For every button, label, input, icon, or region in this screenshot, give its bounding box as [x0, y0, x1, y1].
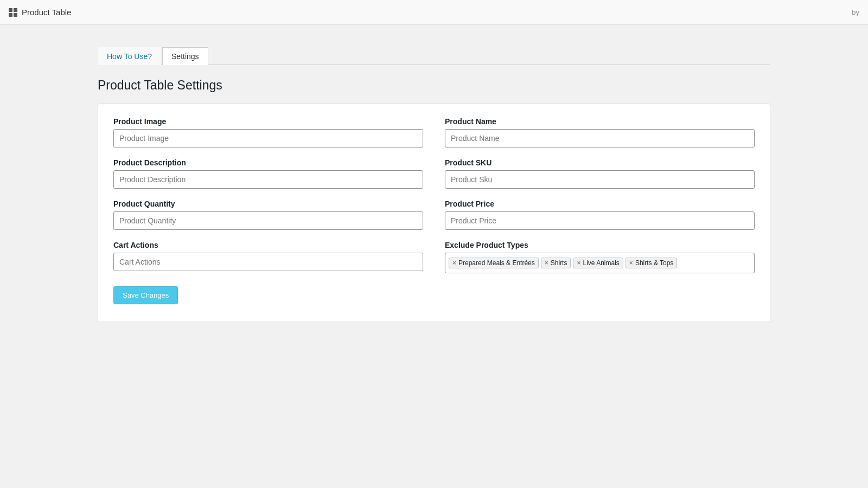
product-name-field: Product Name [445, 117, 755, 147]
product-table-icon [9, 8, 17, 17]
tag-remove-live-animals[interactable]: × [577, 260, 580, 266]
product-price-label: Product Price [445, 200, 755, 208]
save-changes-button[interactable]: Save Changes [113, 286, 178, 304]
product-image-field: Product Image [113, 117, 423, 147]
page-title: Product Table Settings [98, 78, 770, 93]
tag-remove-shirts[interactable]: × [545, 260, 548, 266]
tab-how-to-use[interactable]: How To Use? [98, 47, 161, 65]
product-image-input[interactable] [113, 129, 423, 147]
tag-shirts: × Shirts [541, 258, 571, 268]
top-bar: Product Table by [0, 0, 868, 25]
cart-actions-input[interactable] [113, 253, 423, 271]
product-quantity-input[interactable] [113, 211, 423, 230]
form-grid: Product Image Product Name Product Descr… [113, 117, 755, 273]
cart-actions-label: Cart Actions [113, 241, 423, 249]
product-sku-field: Product SKU [445, 158, 755, 189]
tag-remove-prepared-meals[interactable]: × [452, 260, 456, 266]
product-name-label: Product Name [445, 117, 755, 126]
main-content: How To Use? Settings Product Table Setti… [0, 25, 868, 344]
tag-live-animals: × Live Animals [573, 258, 623, 268]
product-sku-label: Product SKU [445, 158, 755, 167]
product-quantity-field: Product Quantity [113, 200, 423, 230]
tag-label-prepared-meals: Prepared Meals & Entrées [458, 259, 535, 267]
exclude-product-types-input[interactable]: × Prepared Meals & Entrées × Shirts × Li… [445, 253, 755, 273]
product-quantity-label: Product Quantity [113, 200, 423, 208]
product-sku-input[interactable] [445, 170, 755, 189]
product-image-label: Product Image [113, 117, 423, 126]
tag-label-shirts-tops: Shirts & Tops [635, 259, 673, 267]
product-description-input[interactable] [113, 170, 423, 189]
tag-label-live-animals: Live Animals [583, 259, 619, 267]
tag-remove-shirts-tops[interactable]: × [629, 260, 633, 266]
tag-label-shirts: Shirts [551, 259, 567, 267]
product-description-field: Product Description [113, 158, 423, 189]
exclude-product-types-field: Exclude Product Types × Prepared Meals &… [445, 241, 755, 273]
product-description-label: Product Description [113, 158, 423, 167]
product-price-field: Product Price [445, 200, 755, 230]
app-by: by [852, 8, 859, 16]
settings-card: Product Image Product Name Product Descr… [98, 104, 770, 322]
product-name-input[interactable] [445, 129, 755, 147]
exclude-product-types-label: Exclude Product Types [445, 241, 755, 249]
cart-actions-field: Cart Actions [113, 241, 423, 273]
tab-bar: How To Use? Settings [98, 47, 770, 65]
app-title: Product Table [22, 8, 71, 17]
tab-settings[interactable]: Settings [162, 47, 208, 65]
tag-shirts-tops: × Shirts & Tops [626, 258, 678, 268]
product-price-input[interactable] [445, 211, 755, 230]
tag-prepared-meals: × Prepared Meals & Entrées [449, 258, 539, 268]
